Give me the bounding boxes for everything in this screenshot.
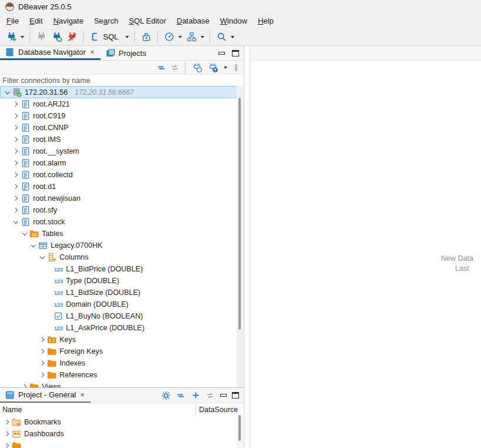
- scrollbar-thumb[interactable]: [238, 98, 241, 330]
- tree-item-legacy-0700hk[interactable]: Legacy.0700HK: [0, 240, 244, 251]
- chevron-right-icon[interactable]: [2, 429, 12, 439]
- menu-item-navigate[interactable]: Navigate: [48, 14, 88, 28]
- menu-item-search[interactable]: Search: [89, 14, 124, 28]
- tree-item-root-sfy[interactable]: root.sfy: [0, 204, 244, 216]
- maximize-view-icon[interactable]: [232, 50, 239, 57]
- chevron-right-icon[interactable]: [38, 370, 47, 380]
- tree-item-root-arj21[interactable]: root.ARJ21: [0, 98, 244, 110]
- maximize-view-icon[interactable]: [232, 392, 239, 399]
- tree-item-type-double[interactable]: 123Type (DOUBLE): [0, 275, 244, 287]
- project-row-bookmarks[interactable]: Bookmarks: [0, 416, 237, 428]
- chevron-right-icon[interactable]: [11, 205, 21, 215]
- network-button[interactable]: [184, 30, 206, 44]
- chevron-right-icon[interactable]: [38, 335, 47, 344]
- dashboard-dropdown-caret[interactable]: [178, 36, 182, 38]
- tree-item-root-stock[interactable]: root.stock: [0, 216, 244, 228]
- project-scrollbar[interactable]: [237, 416, 243, 448]
- chevron-right-icon[interactable]: [11, 194, 21, 203]
- menu-item-window[interactable]: Window: [215, 14, 253, 28]
- menu-item-file[interactable]: File: [1, 14, 24, 28]
- filter-dropdown-caret[interactable]: [224, 67, 227, 69]
- search-button[interactable]: [214, 30, 236, 44]
- tab-projects[interactable]: Projects: [101, 46, 152, 60]
- search-dropdown-caret[interactable]: [231, 36, 234, 38]
- tree-item-root-cnnp[interactable]: root.CNNP: [0, 122, 244, 134]
- chevron-down-icon[interactable]: [20, 229, 29, 238]
- tree-item-keys[interactable]: Keys: [0, 334, 244, 346]
- new-connection-dropdown-caret[interactable]: [21, 36, 24, 38]
- close-icon[interactable]: ×: [89, 48, 95, 57]
- tab-database-navigator[interactable]: Database Navigator ×: [0, 46, 101, 60]
- tree-item-root-alarm[interactable]: root.alarm: [0, 157, 244, 169]
- tree-item-root-d1[interactable]: root.d1: [0, 181, 244, 193]
- tree-item-root-newjisuan[interactable]: root.newjisuan: [0, 193, 244, 204]
- view-menu-dots-icon[interactable]: [231, 63, 241, 72]
- tree-item-l1-bidsize-double[interactable]: 123L1_BidSize (DOUBLE): [0, 287, 244, 298]
- reconnect-button[interactable]: [49, 30, 64, 44]
- tab-project-general[interactable]: Project - General ×: [0, 388, 91, 403]
- tree-item-172-20-31-56[interactable]: 172.20.31.56172.20.31.56:6667: [0, 86, 237, 98]
- expand-all-plus-icon[interactable]: [191, 391, 200, 400]
- chevron-right-icon[interactable]: [20, 382, 29, 387]
- chevron-down-icon[interactable]: [11, 217, 21, 227]
- chevron-right-icon[interactable]: [38, 359, 47, 368]
- filter-connections-input[interactable]: [0, 75, 244, 87]
- disconnect-button[interactable]: [64, 30, 79, 44]
- scrollbar-thumb[interactable]: [238, 415, 241, 441]
- chevron-right-icon[interactable]: [11, 182, 21, 191]
- minimize-view-icon[interactable]: [218, 52, 225, 55]
- filter-connections-plug-icon[interactable]: [207, 62, 218, 74]
- chevron-right-icon[interactable]: [2, 441, 12, 448]
- tree-item-root-system[interactable]: root.__system: [0, 145, 244, 157]
- chevron-down-icon[interactable]: [29, 241, 38, 250]
- tree-item-root-collectd[interactable]: root.collectd: [0, 169, 244, 181]
- chevron-down-icon[interactable]: [38, 253, 47, 262]
- collapse-all-icon[interactable]: [176, 391, 185, 400]
- sql-editor-button[interactable]: SQL: [87, 30, 131, 44]
- settings-gear-icon[interactable]: [161, 391, 171, 400]
- chevron-right-icon[interactable]: [38, 347, 47, 356]
- chevron-right-icon[interactable]: [11, 123, 21, 132]
- menu-item-database[interactable]: Database: [171, 14, 215, 28]
- column-divider[interactable]: [195, 403, 196, 416]
- tree-item-indexes[interactable]: Indexes: [0, 357, 244, 369]
- new-connection-button[interactable]: [4, 30, 26, 44]
- project-row-dashboards[interactable]: Dashboards: [0, 428, 237, 440]
- commit-mode-button[interactable]: [138, 30, 154, 44]
- tree-item-views[interactable]: Views: [0, 381, 244, 387]
- menu-item-edit[interactable]: Edit: [24, 14, 48, 28]
- tree-item-l1-bidprice-double[interactable]: 123L1_BidPrice (DOUBLE): [0, 263, 244, 275]
- tree-item-foreign-keys[interactable]: Foreign Keys: [0, 346, 244, 357]
- tree-item-root-c919[interactable]: root.C919: [0, 110, 244, 122]
- chevron-right-icon[interactable]: [11, 147, 21, 156]
- tree-item-l1-askprice-double[interactable]: 123L1_AskPrice (DOUBLE): [0, 322, 244, 334]
- chevron-right-icon[interactable]: [11, 135, 21, 144]
- tree-item-domain-double[interactable]: 123Domain (DOUBLE): [0, 298, 244, 310]
- chevron-right-icon[interactable]: [11, 111, 21, 121]
- menu-item-sql-editor[interactable]: SQL Editor: [124, 14, 171, 28]
- tree-item-l1-buyno-boolean[interactable]: L1_BuyNo (BOOLEAN): [0, 310, 244, 322]
- tree-item-columns[interactable]: Columns: [0, 251, 244, 263]
- chevron-right-icon[interactable]: [2, 417, 12, 427]
- dashboard-button[interactable]: [161, 30, 184, 44]
- collapse-all-icon[interactable]: [157, 63, 166, 72]
- minimize-view-icon[interactable]: [220, 394, 227, 397]
- tree-item-tables[interactable]: Tables: [0, 228, 244, 240]
- link-with-editor-icon[interactable]: [205, 391, 215, 400]
- chevron-right-icon[interactable]: [11, 158, 21, 168]
- link-with-editor-icon[interactable]: [170, 63, 180, 72]
- show-connected-plug-icon[interactable]: [191, 62, 203, 74]
- chevron-down-icon[interactable]: [3, 88, 12, 97]
- sql-editor-dropdown-caret[interactable]: [125, 36, 129, 38]
- chevron-right-icon[interactable]: [11, 170, 21, 180]
- menu-item-help[interactable]: Help: [253, 14, 279, 28]
- sql-editor-label: SQL: [103, 32, 118, 41]
- chevron-right-icon[interactable]: [11, 99, 21, 109]
- navigator-scrollbar[interactable]: [237, 86, 243, 387]
- close-icon[interactable]: ×: [79, 390, 85, 399]
- tree-item-references[interactable]: References: [0, 369, 244, 381]
- tree-item-root-ims[interactable]: root.IMS: [0, 134, 244, 145]
- project-row-item[interactable]: [0, 440, 237, 448]
- connect-button[interactable]: [34, 30, 49, 44]
- network-dropdown-caret[interactable]: [201, 36, 204, 38]
